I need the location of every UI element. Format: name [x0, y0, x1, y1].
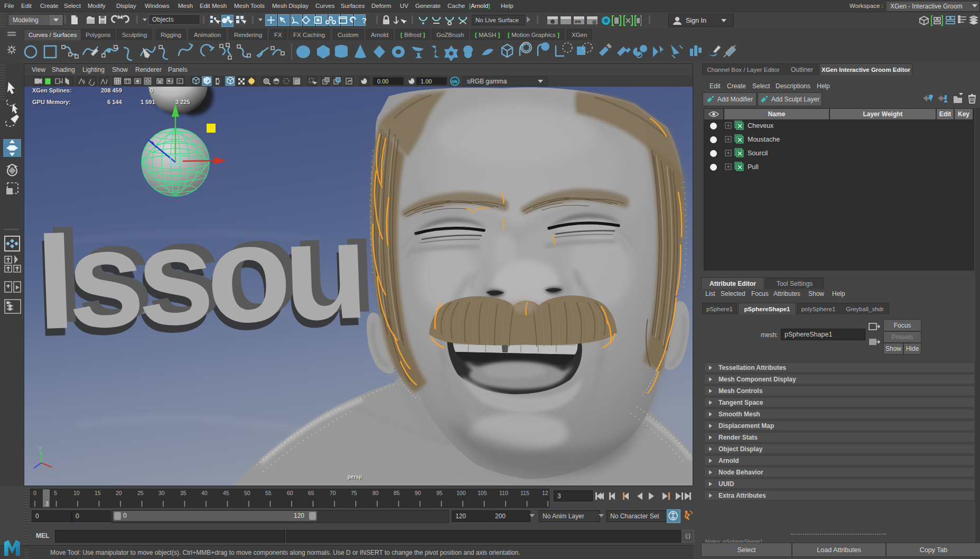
svg-text:1.00: 1.00	[421, 78, 432, 85]
svg-text:z: z	[29, 467, 31, 472]
svg-text:Sourcil: Sourcil	[748, 150, 768, 157]
svg-text:45: 45	[223, 490, 229, 496]
svg-text:12: 12	[542, 490, 548, 496]
svg-text:y: y	[39, 445, 42, 450]
svg-text:20: 20	[116, 490, 122, 496]
svg-text:T: T	[178, 79, 181, 84]
svg-text:sRGB gamma: sRGB gamma	[467, 78, 507, 85]
svg-text:90: 90	[415, 490, 421, 496]
svg-text:35: 35	[180, 490, 186, 496]
svg-text:ON: ON	[452, 80, 458, 83]
svg-text:100: 100	[456, 490, 466, 496]
svg-text:75: 75	[351, 490, 357, 496]
svg-text:115: 115	[520, 490, 529, 496]
svg-text:3: 3	[45, 500, 49, 507]
svg-text:Moustache: Moustache	[748, 136, 780, 143]
svg-text:Pull: Pull	[748, 163, 759, 171]
svg-text:70: 70	[330, 490, 336, 496]
svg-text:x: x	[53, 466, 55, 471]
svg-text:85: 85	[394, 490, 400, 496]
svg-text:15: 15	[95, 490, 101, 496]
svg-text:Cheveux: Cheveux	[748, 122, 774, 129]
svg-text:5: 5	[54, 490, 57, 496]
svg-text:40: 40	[201, 490, 208, 496]
svg-text:55: 55	[265, 490, 272, 496]
svg-text:80: 80	[372, 490, 379, 496]
svg-text:105: 105	[478, 490, 487, 496]
svg-text:30: 30	[158, 490, 165, 496]
svg-text:0.00: 0.00	[377, 78, 388, 85]
svg-text:60: 60	[287, 490, 293, 496]
svg-text:10: 10	[73, 490, 80, 496]
svg-text:25: 25	[137, 490, 144, 496]
svg-text:50: 50	[244, 490, 250, 496]
svg-text:110: 110	[499, 490, 508, 496]
svg-text:65: 65	[308, 490, 314, 496]
svg-text:IPR: IPR	[575, 20, 581, 24]
svg-text:?: ?	[362, 16, 367, 25]
svg-text:95: 95	[436, 490, 443, 496]
svg-text:0: 0	[33, 490, 36, 496]
svg-text:Issou: Issou	[34, 192, 363, 358]
